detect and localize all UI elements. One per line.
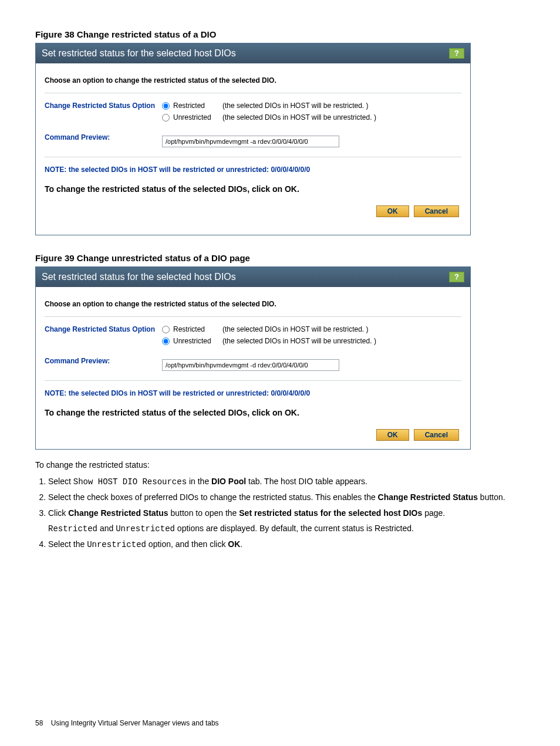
radio-restricted[interactable]: [162, 102, 170, 110]
option-value: Restricted (the selected DIOs in HOST wi…: [162, 325, 461, 349]
option-row: Change Restricted Status Option Restrict…: [45, 93, 461, 125]
option-label: Change Restricted Status Option: [45, 102, 162, 125]
ok-button[interactable]: OK: [376, 205, 409, 217]
dialog-title: Set restricted status for the selected h…: [42, 272, 236, 282]
radio-unrestricted-label: Unrestricted: [173, 337, 214, 345]
instruction-text: To change the restricted status of the s…: [45, 184, 461, 194]
command-preview: /opt/hpvm/bin/hpvmdevmgmt -d rdev:0/0/0/…: [162, 359, 339, 371]
ok-button[interactable]: OK: [376, 429, 409, 441]
preview-row: Command Preview: /opt/hpvm/bin/hpvmdevmg…: [45, 125, 461, 147]
intro-text: Choose an option to change the restricte…: [45, 293, 461, 317]
radio-restricted-desc: (the selected DIOs in HOST will be restr…: [222, 102, 369, 110]
dialog-header: Set restricted status for the selected h…: [36, 267, 470, 287]
instruction-text: To change the restricted status of the s…: [45, 408, 461, 417]
radio-restricted-line: Restricted (the selected DIOs in HOST wi…: [162, 325, 461, 333]
radio-unrestricted-label: Unrestricted: [173, 113, 214, 121]
cancel-button[interactable]: Cancel: [414, 429, 459, 441]
dialog-header: Set restricted status for the selected h…: [36, 43, 470, 63]
radio-restricted-desc: (the selected DIOs in HOST will be restr…: [222, 325, 369, 333]
preview-row: Command Preview: /opt/hpvm/bin/hpvmdevmg…: [45, 349, 461, 371]
radio-unrestricted-desc: (the selected DIOs in HOST will be unres…: [222, 337, 376, 345]
radio-unrestricted-desc: (the selected DIOs in HOST will be unres…: [222, 113, 376, 121]
preview-label: Command Preview:: [45, 133, 162, 147]
help-button[interactable]: ?: [449, 48, 464, 59]
step-4: Select the Unrestricted option, and then…: [48, 538, 525, 551]
intro-text: Choose an option to change the restricte…: [45, 69, 461, 93]
figure39-dialog: Set restricted status for the selected h…: [35, 266, 471, 450]
option-label: Change Restricted Status Option: [45, 325, 162, 349]
option-value: Restricted (the selected DIOs in HOST wi…: [162, 102, 461, 125]
preview-value: /opt/hpvm/bin/hpvmdevmgmt -d rdev:0/0/0/…: [162, 357, 461, 371]
dialog-body: Choose an option to change the restricte…: [36, 287, 470, 449]
radio-restricted-label: Restricted: [173, 102, 214, 110]
steps-intro: To change the restricted status:: [35, 460, 525, 470]
radio-unrestricted[interactable]: [162, 337, 170, 345]
step-2: Select the check boxes of preferred DIOs…: [48, 491, 525, 503]
figure38-title: Figure 38 Change restricted status of a …: [35, 29, 525, 39]
radio-unrestricted-line: Unrestricted (the selected DIOs in HOST …: [162, 337, 461, 345]
help-button[interactable]: ?: [449, 272, 464, 282]
radio-unrestricted[interactable]: [162, 114, 170, 121]
steps-list: Select Show HOST DIO Resources in the DI…: [35, 475, 525, 551]
note-text: NOTE: the selected DIOs in HOST will be …: [45, 157, 461, 183]
figure39-title: Figure 39 Change unrestricted status of …: [35, 253, 525, 263]
button-row: OK Cancel: [45, 205, 461, 217]
radio-restricted[interactable]: [162, 326, 170, 333]
command-preview: /opt/hpvm/bin/hpvmdevmgmt -a rdev:0/0/0/…: [162, 136, 339, 147]
figure38-dialog: Set restricted status for the selected h…: [35, 43, 471, 235]
radio-restricted-label: Restricted: [173, 325, 214, 333]
cancel-button[interactable]: Cancel: [414, 205, 459, 217]
option-row: Change Restricted Status Option Restrict…: [45, 317, 461, 349]
note-text: NOTE: the selected DIOs in HOST will be …: [45, 380, 461, 407]
step-1: Select Show HOST DIO Resources in the DI…: [48, 475, 525, 488]
radio-unrestricted-line: Unrestricted (the selected DIOs in HOST …: [162, 113, 461, 121]
preview-label: Command Preview:: [45, 357, 162, 371]
radio-restricted-line: Restricted (the selected DIOs in HOST wi…: [162, 102, 461, 110]
preview-value: /opt/hpvm/bin/hpvmdevmgmt -a rdev:0/0/0/…: [162, 133, 461, 147]
button-row: OK Cancel: [45, 429, 461, 441]
step-3: Click Change Restricted Status button to…: [48, 507, 525, 535]
dialog-title: Set restricted status for the selected h…: [42, 48, 236, 59]
dialog-body: Choose an option to change the restricte…: [36, 63, 470, 235]
